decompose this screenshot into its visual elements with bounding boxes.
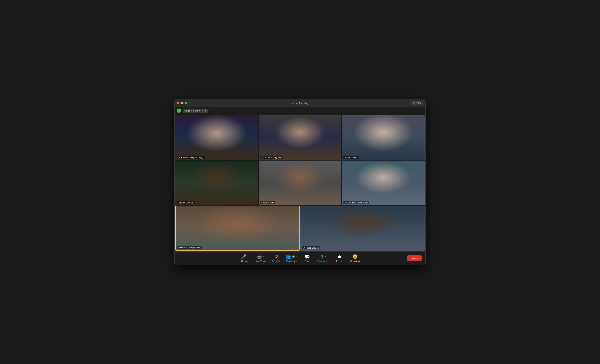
security-label: Security [272, 260, 280, 262]
chat-icon-row: 💬 [305, 254, 310, 259]
view-button[interactable]: ⊞ View [411, 101, 423, 105]
reactions-label: Reactions [350, 260, 360, 262]
window-title: Zoom Meeting [292, 102, 308, 105]
mic-icon: 🎤 [241, 254, 246, 259]
maximize-button[interactable] [185, 102, 188, 104]
share-screen-button[interactable]: ⬆ ▲ Share Screen [317, 254, 330, 262]
participant-count-badge: 8 [292, 255, 295, 258]
video-caret-icon: ▲ [262, 256, 264, 258]
share-screen-caret-icon: ▲ [325, 256, 327, 258]
toolbar-items: 🎤 ▲ Unmute 📹 ▲ Stop Video 🛡 Security [239, 254, 361, 262]
participants-icon-row: 👥 8 ▲ [285, 254, 298, 259]
video-row-2: Joshua Samuel Syeda Nasim 🎤 Charlotte Al… [175, 161, 425, 205]
mic-muted-icon-fraol: 🎤 [303, 247, 305, 249]
sound-label: Original Sound: Off [184, 109, 204, 112]
view-button-label: View [416, 102, 421, 104]
video-cell-fraol: 🎤 Fraol Kebede [300, 206, 425, 251]
participant-name-milena: Milena S. Crnogorcevic [177, 246, 202, 249]
reactions-button[interactable]: 😊 Reactions [349, 254, 361, 262]
original-sound-dropdown[interactable]: Original Sound: Off ▾ [183, 109, 208, 113]
view-grid-icon: ⊞ [413, 102, 415, 104]
title-bar: Zoom Meeting ⊞ View [175, 99, 425, 107]
mic-muted-icon-andrew: 🎤 [261, 156, 264, 159]
traffic-lights [177, 102, 188, 104]
participants-icon: 👥 [285, 254, 291, 259]
mic-muted-icon-charlotte: 🎤 [345, 202, 347, 204]
record-label: Record [336, 260, 343, 262]
video-row-3: Milena S. Crnogorcevic 🎤 Fraol Kebede [175, 206, 425, 251]
reactions-icon: 😊 [352, 254, 358, 259]
video-cell-karen: 🎤 Karen N. Delgado Vega [175, 115, 258, 160]
unmute-button[interactable]: 🎤 ▲ Unmute [239, 254, 251, 262]
stop-video-button[interactable]: 📹 ▲ Stop Video [254, 254, 266, 262]
video-cell-andrew: 🎤 Andrew Yang Guo [259, 115, 342, 160]
video-cell-elaine: Elaine Nieves [342, 115, 425, 160]
security-icon-row: 🛡 [274, 254, 278, 259]
chat-label: Chat [305, 260, 309, 262]
security-icon: 🛡 [274, 254, 278, 259]
participants-label: Participants [286, 260, 297, 262]
share-screen-icon: ⬆ [320, 254, 324, 259]
unmute-icon-row: 🎤 ▲ [241, 254, 249, 259]
security-shield-badge: ✓ [177, 109, 181, 113]
participant-name-joshua: Joshua Samuel [177, 201, 194, 204]
unmute-label: Unmute [241, 260, 249, 262]
video-row-1: 🎤 Karen N. Delgado Vega 🎤 Andrew Yang Gu… [175, 115, 425, 160]
chat-button[interactable]: 💬 Chat [301, 254, 313, 262]
toolbar: 🎤 ▲ Unmute 📹 ▲ Stop Video 🛡 Security [175, 251, 425, 265]
video-icon: 📹 [256, 254, 262, 259]
mic-muted-icon-karen: 🎤 [178, 156, 180, 159]
security-button[interactable]: 🛡 Security [270, 254, 282, 262]
participant-name-elaine: Elaine Nieves [343, 156, 359, 159]
participant-name-andrew: 🎤 Andrew Yang Guo [260, 156, 283, 159]
stop-video-label: Stop Video [255, 260, 266, 262]
close-button[interactable] [177, 102, 179, 104]
zoom-window: Zoom Meeting ⊞ View ✓ Original Sound: Of… [174, 99, 426, 265]
dropdown-caret-icon: ▾ [205, 109, 206, 112]
video-cell-syeda: Syeda Nasim [259, 161, 342, 205]
participant-name-syeda: Syeda Nasim [260, 201, 275, 204]
minimize-button[interactable] [181, 102, 183, 104]
share-screen-icon-row: ⬆ ▲ [320, 254, 327, 259]
video-cell-joshua: Joshua Samuel [175, 161, 258, 205]
record-icon-row: ⏺ [338, 254, 342, 259]
participants-button[interactable]: 👥 8 ▲ Participants [285, 254, 298, 262]
video-cell-milena: Milena S. Crnogorcevic [175, 206, 300, 251]
share-screen-label: Share Screen [317, 260, 330, 262]
stop-video-icon-row: 📹 ▲ [256, 254, 264, 259]
video-cell-charlotte: 🎤 Charlotte Alison Ward [342, 161, 425, 205]
participant-name-fraol: 🎤 Fraol Kebede [302, 246, 320, 249]
unmute-caret-icon: ▲ [247, 256, 249, 258]
top-bar: ✓ Original Sound: Off ▾ [175, 107, 425, 115]
participant-name-karen: 🎤 Karen N. Delgado Vega [177, 156, 205, 159]
participant-name-charlotte: 🎤 Charlotte Alison Ward [343, 201, 369, 204]
video-grid: 🎤 Karen N. Delgado Vega 🎤 Andrew Yang Gu… [175, 115, 425, 251]
record-button[interactable]: ⏺ Record [334, 254, 346, 262]
reactions-icon-row: 😊 [352, 254, 358, 259]
record-icon: ⏺ [338, 254, 342, 259]
participants-caret-icon: ▲ [296, 256, 298, 258]
leave-button[interactable]: Leave [407, 255, 422, 261]
chat-icon: 💬 [305, 254, 310, 259]
